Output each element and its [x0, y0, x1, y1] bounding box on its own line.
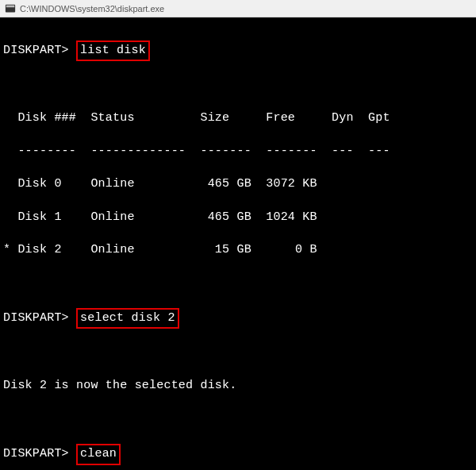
table-row: Disk 0 Online 465 GB 3072 KB	[3, 176, 473, 193]
svg-rect-1	[6, 5, 15, 7]
prompt: DISKPART>	[3, 44, 69, 57]
command-clean: clean	[76, 444, 121, 465]
table-divider: -------- ------------- ------- ------- -…	[3, 144, 473, 160]
prompt-line: DISKPART> select disk 2	[3, 308, 473, 329]
prompt: DISKPART>	[3, 311, 69, 325]
blank-line	[3, 411, 473, 428]
blank-line	[3, 275, 473, 291]
blank-line	[3, 345, 473, 362]
prompt-line: DISKPART> list disk	[3, 40, 473, 62]
prompt: DISKPART>	[3, 447, 69, 460]
table-row: * Disk 2 Online 15 GB 0 B	[3, 242, 473, 259]
table-header: Disk ### Status Size Free Dyn Gpt	[3, 110, 473, 127]
command-select-disk: select disk 2	[76, 308, 179, 329]
app-icon	[5, 3, 16, 14]
prompt-line: DISKPART> clean	[3, 444, 473, 465]
command-list-disk: list disk	[76, 40, 150, 62]
table-row: Disk 1 Online 465 GB 1024 KB	[3, 210, 473, 226]
window-titlebar: C:\WINDOWS\system32\diskpart.exe	[0, 0, 476, 17]
output-selected: Disk 2 is now the selected disk.	[3, 378, 473, 395]
window-title: C:\WINDOWS\system32\diskpart.exe	[20, 4, 164, 13]
blank-line	[3, 78, 473, 94]
terminal-output[interactable]: DISKPART> list disk Disk ### Status Size…	[0, 17, 476, 470]
